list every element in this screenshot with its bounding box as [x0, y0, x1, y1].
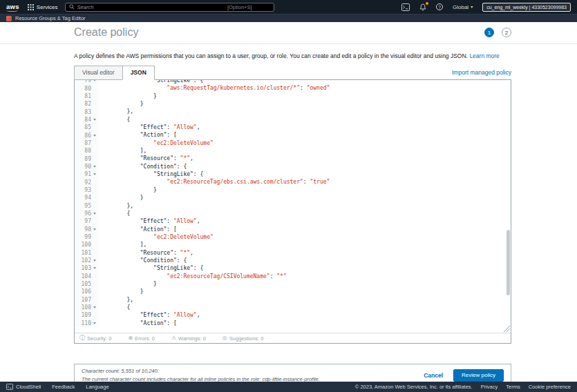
region-selector[interactable]: Global ▾ [453, 4, 473, 10]
step-2[interactable]: 2 [502, 28, 511, 37]
code-line[interactable]: "ec2:ResourceTag/ebs.csi.aws.com/cluster… [100, 178, 511, 186]
editor-surface: 7980818283848586878889909192939495969798… [75, 80, 511, 333]
gutter-line: 89 [75, 155, 98, 162]
code-line[interactable]: "StringLike": { [100, 170, 511, 178]
cloudshell-footer-button[interactable]: CloudShell [6, 384, 41, 390]
help-button[interactable]: ? [436, 3, 443, 10]
code-line[interactable]: } [100, 194, 511, 202]
import-managed-policy-link[interactable]: Import managed policy [452, 69, 511, 79]
fold-spacer [92, 86, 97, 91]
code-line[interactable]: "Effect": "Allow", [100, 217, 511, 225]
security-status[interactable]: ⓘ Security: 0 [79, 335, 111, 342]
line-number: 82 [79, 101, 91, 107]
gutter-line: 108 [75, 304, 98, 311]
terms-link[interactable]: Terms [506, 384, 520, 390]
code-line[interactable]: } [100, 288, 511, 295]
region-label: Global [453, 4, 469, 10]
code-line[interactable]: ], [100, 241, 511, 248]
editor-code-area[interactable]: "StringLike": { "aws:RequestTag/kubernet… [98, 80, 511, 327]
code-line[interactable]: "Action": [ [100, 226, 511, 233]
code-line[interactable]: "ec2:ResourceTag/CSIVolumeName": "*" [100, 273, 511, 280]
code-line[interactable]: } [100, 280, 511, 288]
search-box[interactable]: [Option+S] [65, 3, 274, 12]
code-line[interactable]: "Condition": { [100, 163, 511, 170]
editor-tabs: Visual editor JSON Import managed policy [74, 66, 511, 79]
gutter-line: 90 [75, 163, 98, 170]
gutter-line: 83 [75, 108, 98, 115]
topnav-right-cluster: ? Global ▾ cu_eng_ml_weekly | 4330523099… [401, 3, 571, 12]
code-line[interactable]: "Condition": { [100, 257, 511, 264]
fold-toggle-icon[interactable] [92, 258, 97, 264]
line-number: 96 [79, 210, 91, 217]
chevron-down-icon: ▾ [471, 5, 473, 9]
code-line[interactable]: "Effect": "Allow", [100, 124, 511, 131]
fold-toggle-icon[interactable] [92, 226, 97, 232]
language-button[interactable]: Language [86, 384, 108, 390]
gutter-line: 88 [75, 147, 98, 155]
warnings-status[interactable]: ⚠ Warnings: 0 [171, 335, 206, 342]
code-line[interactable]: { [100, 210, 511, 217]
fold-toggle-icon[interactable] [92, 164, 97, 169]
code-line[interactable]: } [100, 186, 511, 194]
code-line[interactable]: }, [100, 296, 511, 304]
fold-toggle-icon[interactable] [92, 305, 97, 311]
code-line[interactable]: } [100, 100, 511, 108]
code-line[interactable]: ], [100, 147, 511, 155]
tab-visual-editor[interactable]: Visual editor [74, 66, 123, 80]
code-line[interactable]: }, [100, 108, 511, 115]
line-number: 103 [79, 265, 91, 271]
fold-spacer [92, 156, 97, 161]
line-number: 80 [79, 86, 91, 92]
account-menu-button[interactable]: cu_eng_ml_weekly | 4330523099983 [482, 3, 571, 12]
fold-toggle-icon[interactable] [92, 172, 97, 177]
notifications-button[interactable] [419, 3, 426, 11]
learn-more-link[interactable]: Learn more [469, 52, 499, 59]
fold-toggle-icon[interactable] [92, 117, 97, 122]
code-line[interactable]: "Action": [ [100, 131, 511, 139]
cookie-preferences-link[interactable]: Cookie preference [529, 384, 571, 390]
code-line[interactable]: "StringLike": { [100, 264, 511, 272]
code-line[interactable]: }, [100, 202, 511, 210]
code-line[interactable]: "Resource": "*", [100, 155, 511, 162]
step-1[interactable]: 1 [484, 28, 494, 37]
code-line[interactable]: { [100, 116, 511, 124]
fold-spacer [92, 313, 97, 318]
editor-scrollbar[interactable] [507, 81, 510, 331]
review-policy-button[interactable]: Review policy [453, 369, 504, 382]
line-number: 90 [79, 164, 91, 170]
gutter-line: 99 [75, 233, 98, 241]
fold-spacer [92, 297, 97, 302]
search-input[interactable] [77, 4, 225, 10]
cloudshell-button[interactable] [401, 3, 410, 11]
services-menu-button[interactable]: Services [28, 4, 58, 10]
code-line[interactable]: { [100, 304, 511, 311]
fold-toggle-icon[interactable] [92, 211, 97, 217]
feedback-button[interactable]: Feedback [52, 384, 75, 390]
fold-spacer [92, 109, 97, 115]
editor-resize-grip[interactable] [504, 326, 510, 332]
fold-toggle-icon[interactable] [92, 320, 97, 326]
code-line[interactable]: "Resource": "*", [100, 249, 511, 257]
code-line[interactable]: "aws:RequestTag/kubernetes.io/cluster/*"… [100, 84, 511, 92]
cancel-button[interactable]: Cancel [424, 372, 443, 379]
code-line[interactable]: "ec2:DeleteVolume" [100, 139, 511, 147]
line-number: 85 [79, 124, 91, 130]
code-line[interactable]: "Action": [ [100, 320, 511, 327]
resource-groups-shortcut[interactable]: Resource Groups & Tag Editor [15, 15, 86, 21]
fold-toggle-icon[interactable] [92, 133, 97, 138]
scrollbar-thumb[interactable] [507, 230, 510, 295]
fold-toggle-icon[interactable] [92, 266, 97, 271]
editor-status-bar: ⓘ Security: 0 ⊗ Errors: 0 ⚠ Warnings: 0 … [75, 333, 511, 343]
code-line[interactable]: } [100, 92, 511, 100]
fold-toggle-icon[interactable] [92, 80, 97, 84]
tab-json[interactable]: JSON [122, 66, 155, 80]
errors-status[interactable]: ⊗ Errors: 0 [128, 335, 154, 342]
gutter-line: 107 [75, 296, 98, 304]
suggestions-status[interactable]: ◎ Suggestions: 0 [223, 335, 264, 342]
fold-spacer [92, 282, 97, 287]
privacy-link[interactable]: Privacy [481, 384, 498, 390]
code-line[interactable]: "ec2:DeleteVolume" [100, 233, 511, 241]
code-line[interactable]: "Effect": "Allow", [100, 311, 511, 319]
gutter-line: 103 [75, 264, 98, 272]
aws-logo[interactable]: aws [6, 3, 19, 12]
